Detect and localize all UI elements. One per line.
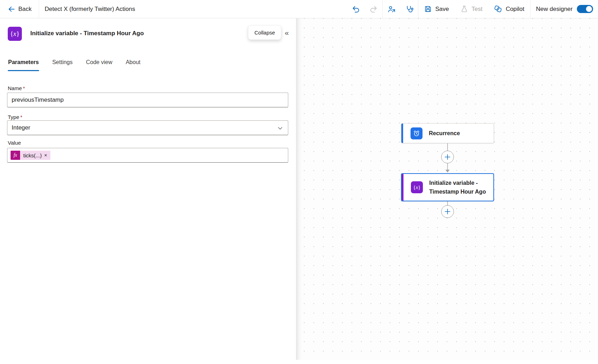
toggle-knob [586, 6, 592, 12]
test-label: Test [471, 6, 482, 13]
tab-about[interactable]: About [125, 58, 141, 71]
save-label: Save [435, 6, 449, 13]
name-input[interactable] [7, 93, 288, 107]
plus-icon [442, 205, 454, 218]
type-select[interactable]: Integer [7, 120, 288, 135]
add-action-button[interactable] [441, 205, 454, 218]
alarm-clock-icon [411, 127, 423, 139]
node-accent-bar [402, 174, 403, 201]
connector-line [447, 143, 448, 151]
panel-title: Initialize variable - Timestamp Hour Ago [30, 30, 144, 37]
new-designer-label: New designer [536, 6, 573, 13]
token-remove-icon[interactable]: × [44, 152, 47, 158]
copilot-icon [494, 5, 503, 13]
tab-code-view[interactable]: Code view [86, 58, 113, 71]
troubleshoot-stethoscope-button[interactable] [400, 0, 418, 18]
name-field-label: Name* [8, 85, 25, 91]
panel-tabs: Parameters Settings Code view About [8, 58, 141, 71]
copilot-button[interactable]: Copilot [488, 0, 530, 18]
redo-button[interactable] [365, 0, 382, 18]
save-icon [424, 5, 432, 13]
chevron-down-icon [277, 125, 284, 132]
node-title: Initialize variable - Timestamp Hour Ago [429, 178, 491, 196]
top-toolbar: Back Detect X (formerly Twitter) Actions [0, 0, 598, 18]
back-button[interactable]: Back [0, 0, 39, 18]
connector-arrowhead [445, 170, 450, 172]
node-recurrence[interactable]: Recurrence [401, 123, 494, 143]
required-asterisk: * [20, 114, 23, 120]
add-action-button[interactable] [441, 151, 454, 163]
collapse-tooltip: Collapse [248, 25, 281, 40]
value-input[interactable]: fx ticks(...) × [7, 148, 288, 163]
undo-icon [352, 5, 360, 13]
plus-icon [442, 151, 454, 163]
redo-icon [369, 5, 378, 13]
stethoscope-icon [405, 5, 414, 13]
required-asterisk: * [23, 85, 25, 91]
back-label: Back [18, 6, 32, 13]
flow-checker-icon [387, 5, 396, 13]
node-initialize-variable[interactable]: {x} Initialize variable - Timestamp Hour… [401, 173, 494, 201]
variable-brace-icon: {x} [411, 181, 423, 193]
type-field-label: Type* [8, 114, 22, 120]
node-accent-bar [401, 124, 403, 143]
connector-line [447, 163, 448, 170]
token-text: ticks(...) [23, 152, 42, 158]
tab-settings[interactable]: Settings [52, 58, 73, 71]
back-arrow-icon [8, 5, 16, 13]
tab-parameters[interactable]: Parameters [8, 58, 39, 71]
collapse-panel-button[interactable]: « [283, 27, 290, 38]
node-title: Recurrence [429, 129, 460, 138]
test-button[interactable]: Test [455, 0, 488, 18]
flask-icon [460, 5, 468, 13]
variable-brace-icon: {x} [8, 27, 22, 41]
canvas-bottom-strip [296, 360, 598, 364]
value-field-label: Value [8, 140, 21, 146]
flow-canvas[interactable]: Recurrence {x} Initialize variable - Tim… [296, 18, 598, 364]
action-details-panel: {x} Initialize variable - Timestamp Hour… [0, 18, 296, 364]
flow-title: Detect X (formerly Twitter) Actions [39, 6, 141, 13]
expression-token[interactable]: fx ticks(...) × [11, 151, 50, 160]
type-selected-value: Integer [12, 124, 30, 131]
new-designer-toggle[interactable] [577, 5, 593, 13]
copilot-label: Copilot [506, 6, 524, 13]
undo-button[interactable] [347, 0, 365, 18]
fx-icon: fx [11, 151, 20, 160]
save-button[interactable]: Save [418, 0, 455, 18]
flow-checker-button[interactable] [383, 0, 400, 18]
